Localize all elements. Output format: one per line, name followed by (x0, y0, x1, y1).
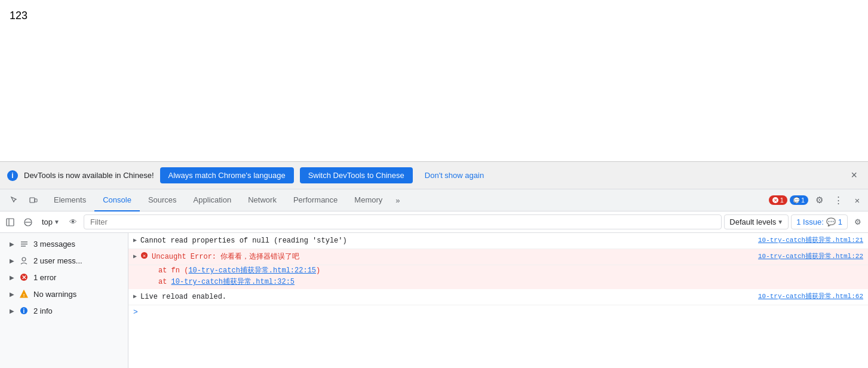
svg-point-13 (22, 257, 26, 261)
svg-text:💬: 💬 (793, 197, 799, 203)
devtools-tabs: Elements Console Sources Application Net… (0, 189, 868, 211)
console-prompt: > (128, 305, 868, 319)
tab-console[interactable]: Console (94, 189, 140, 211)
console-toolbar: top ▼ 👁 Default levels ▼ 1 Issue: 💬 1 ⚙ (0, 211, 868, 233)
tabs-list: Elements Console Sources Application Net… (45, 189, 769, 211)
svg-text:✕: ✕ (143, 253, 146, 259)
svg-text:!: ! (23, 293, 25, 298)
sidebar-item-errors[interactable]: ▶ ✕ 1 error (0, 269, 128, 286)
console-message-3: ▶ Live reload enabled. 10-try-catch捕获异常.… (128, 289, 868, 305)
console-message-2-wrapper: ▶ ✕ Uncaught Error: 你看看，选择器错误了吧 10-try-c… (128, 249, 868, 289)
eye-button[interactable]: 👁 (66, 214, 81, 230)
error-subline-2: at 10-try-catch捕获异常.html:32:5 (128, 277, 868, 289)
console-messages: ▶ Cannot read properties of null (readin… (128, 233, 868, 368)
notification-message: DevTools is now available in Chinese! (24, 171, 154, 180)
devtools-more-button[interactable]: ⋮ (830, 192, 846, 208)
dropdown-icon: ▼ (54, 219, 60, 225)
chevron-icon: ▶ (10, 274, 14, 281)
dont-show-again-button[interactable]: Don't show again (419, 167, 490, 183)
tab-sources[interactable]: Sources (140, 189, 185, 211)
context-selector[interactable]: top ▼ (38, 216, 63, 228)
switch-to-chinese-button[interactable]: Switch DevTools to Chinese (300, 167, 413, 183)
at-link[interactable]: 10-try-catch捕获异常.html:32:5 (171, 278, 295, 286)
chevron-icon: ▶ (10, 291, 14, 298)
svg-text:✕: ✕ (22, 274, 26, 281)
chevron-icon: ▶ (10, 308, 14, 314)
console-toolbar-left: top ▼ 👁 (2, 214, 81, 230)
devtools-close-button[interactable]: × (849, 192, 866, 208)
issue-badge[interactable]: 1 Issue: 💬 1 (791, 214, 848, 229)
sidebar-user-messages-label: 2 user mess... (33, 256, 123, 265)
devtools-settings-button[interactable]: ⚙ (811, 192, 827, 208)
always-match-language-button[interactable]: Always match Chrome's language (160, 167, 294, 183)
tab-icons (2, 192, 45, 208)
expand-icon[interactable]: ▶ (133, 292, 137, 300)
svg-text:✕: ✕ (773, 198, 777, 203)
sidebar-info-label: 2 info (33, 306, 123, 315)
console-message-2: ▶ ✕ Uncaught Error: 你看看，选择器错误了吧 10-try-c… (128, 249, 868, 265)
dropdown-chevron: ▼ (777, 219, 783, 225)
sidebar-item-user-messages[interactable]: ▶ 2 user mess... (0, 252, 128, 269)
sidebar-item-messages[interactable]: ▶ 3 messages (0, 235, 128, 252)
sidebar-toggle-button[interactable] (2, 214, 18, 230)
filter-input[interactable] (84, 214, 722, 229)
tab-elements[interactable]: Elements (45, 189, 94, 211)
page-content: 123 (0, 0, 868, 161)
tab-network[interactable]: Network (240, 189, 285, 211)
svg-text:i: i (23, 308, 25, 314)
chevron-icon: ▶ (10, 241, 14, 247)
expand-icon[interactable]: ▶ (133, 235, 137, 244)
issue-chat-icon: 💬 (826, 217, 836, 226)
msg-link-3[interactable]: 10-try-catch捕获异常.html:62 (758, 292, 863, 300)
clear-console-button[interactable] (20, 214, 36, 230)
console-message-1: ▶ Cannot read properties of null (readin… (128, 233, 868, 249)
tab-application[interactable]: Application (185, 189, 240, 211)
svg-rect-6 (7, 219, 14, 226)
tab-memory[interactable]: Memory (346, 189, 391, 211)
error-icon: ✕ (19, 272, 29, 282)
devtools-notification: i DevTools is now available in Chinese! … (0, 161, 868, 189)
notification-close-button[interactable]: × (847, 168, 861, 183)
fn-link[interactable]: 10-try-catch捕获异常.html:22:15 (188, 266, 316, 275)
chevron-icon: ▶ (10, 257, 14, 264)
msg-text-2: Uncaught Error: 你看看，选择器错误了吧 (152, 252, 758, 262)
sidebar-item-warnings[interactable]: ▶ ! No warnings (0, 286, 128, 302)
page-text: 123 (10, 10, 27, 22)
console-settings-button[interactable]: ⚙ (850, 214, 866, 230)
console-input[interactable] (143, 308, 863, 317)
more-tabs-icon[interactable]: » (391, 196, 404, 205)
error-subline-1: at fn (10-try-catch捕获异常.html:22:15) (128, 265, 868, 277)
prompt-arrow: > (133, 308, 138, 317)
tabs-right: ✕ 1 💬 1 ⚙ ⋮ × (769, 192, 866, 208)
device-toggle-icon[interactable] (25, 192, 42, 208)
sidebar-warnings-label: No warnings (33, 290, 123, 299)
msg-text-1: Cannot read properties of null (reading … (140, 235, 758, 246)
msg-link-1[interactable]: 10-try-catch捕获异常.html:21 (758, 235, 863, 244)
inspect-icon[interactable] (6, 192, 23, 208)
error-icon-msg: ✕ (140, 252, 148, 262)
notification-icon: i (7, 170, 18, 181)
console-sidebar: ▶ 3 messages ▶ 2 user mess... ▶ ✕ 1 erro… (0, 233, 128, 368)
user-icon (19, 256, 29, 265)
warning-icon: ! (19, 289, 29, 299)
msg-text-3: Live reload enabled. (140, 292, 758, 302)
sidebar-messages-label: 3 messages (33, 240, 123, 249)
info-badge[interactable]: 💬 1 (790, 195, 808, 205)
sidebar-item-info[interactable]: ▶ i 2 info (0, 302, 128, 319)
expand-icon[interactable]: ▶ (133, 252, 137, 260)
tab-performance[interactable]: Performance (285, 189, 346, 211)
error-badge[interactable]: ✕ 1 (769, 195, 787, 205)
info-icon: i (19, 306, 29, 315)
devtools-body: ▶ 3 messages ▶ 2 user mess... ▶ ✕ 1 erro… (0, 233, 868, 368)
sidebar-errors-label: 1 error (33, 273, 123, 282)
messages-icon (19, 239, 29, 249)
default-levels-dropdown[interactable]: Default levels ▼ (724, 214, 789, 229)
svg-rect-0 (30, 198, 35, 203)
msg-link-2[interactable]: 10-try-catch捕获异常.html:22 (758, 252, 863, 260)
